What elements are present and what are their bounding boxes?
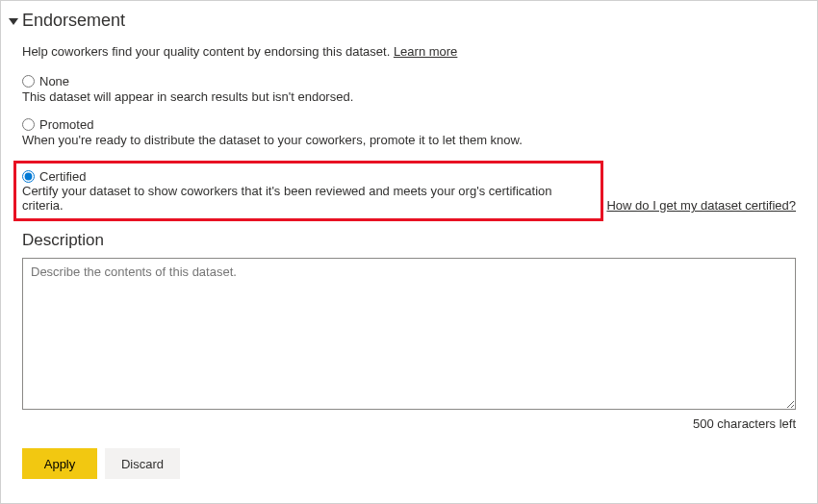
help-text: Help coworkers find your quality content… bbox=[22, 44, 796, 59]
option-promoted: Promoted When you're ready to distribute… bbox=[22, 117, 796, 147]
help-text-content: Help coworkers find your quality content… bbox=[22, 44, 394, 59]
option-certified: Certified Certify your dataset to show c… bbox=[22, 169, 595, 213]
apply-button[interactable]: Apply bbox=[22, 448, 97, 479]
section-header[interactable]: Endorsement bbox=[9, 11, 796, 31]
button-row: Apply Discard bbox=[22, 448, 796, 479]
radio-promoted[interactable] bbox=[22, 118, 35, 131]
certified-help-link[interactable]: How do I get my dataset certified? bbox=[606, 198, 796, 213]
learn-more-link[interactable]: Learn more bbox=[394, 44, 457, 59]
radio-certified-label: Certified bbox=[39, 169, 86, 184]
radio-certified-desc: Certify your dataset to show coworkers t… bbox=[22, 184, 552, 213]
radio-none-label: None bbox=[39, 74, 69, 88]
radio-promoted-label: Promoted bbox=[39, 117, 93, 132]
discard-button[interactable]: Discard bbox=[105, 448, 180, 479]
radio-promoted-desc: When you're ready to distribute the data… bbox=[22, 133, 796, 147]
section-title: Endorsement bbox=[22, 11, 125, 31]
radio-none-desc: This dataset will appear in search resul… bbox=[22, 89, 796, 104]
option-none: None This dataset will appear in search … bbox=[22, 74, 796, 104]
radio-certified[interactable] bbox=[22, 170, 35, 183]
highlight-box: Certified Certify your dataset to show c… bbox=[13, 161, 603, 221]
collapse-caret-icon bbox=[9, 18, 18, 25]
endorsement-panel: Endorsement Help coworkers find your qua… bbox=[0, 0, 818, 504]
description-textarea[interactable] bbox=[22, 258, 796, 410]
radio-none[interactable] bbox=[22, 75, 35, 88]
description-header: Description bbox=[22, 231, 796, 250]
character-count: 500 characters left bbox=[22, 416, 796, 431]
